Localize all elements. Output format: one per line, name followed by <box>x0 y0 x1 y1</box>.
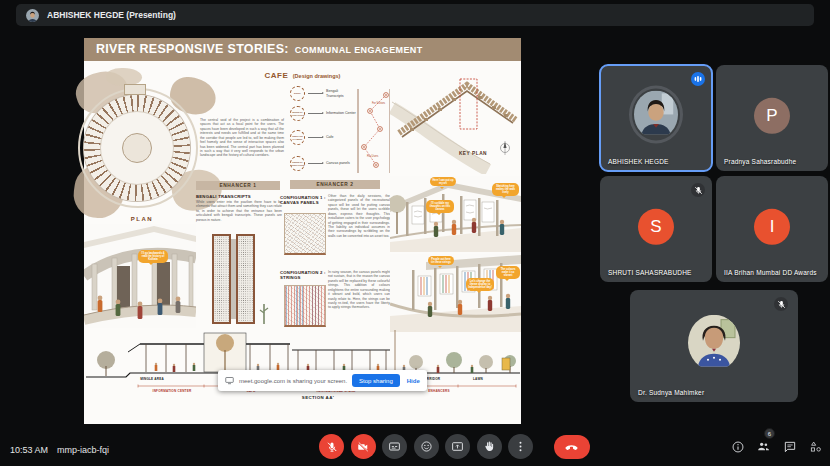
audio-indicator-icon <box>691 72 705 86</box>
raise-hand-icon <box>483 440 496 453</box>
chat-button[interactable] <box>781 438 798 455</box>
speech-bubble: Let's change the theme display to Indepe… <box>466 278 494 291</box>
clock-label: 10:53 AM <box>10 445 48 455</box>
screen-share-icon <box>225 376 234 385</box>
cafe-subheading: (Design drawings) <box>293 73 341 79</box>
right-controls: 6 <box>729 438 824 455</box>
captions-button[interactable] <box>382 434 407 459</box>
flow-node-circle: SENSE OF ATTRACTION <box>290 106 305 121</box>
participant-tile-pradnya[interactable]: P Pradnya Sahasrabudhe <box>716 65 828 171</box>
activities-button[interactable] <box>807 438 824 455</box>
speech-bubble: Here I can put up my art <box>430 177 456 186</box>
key-plan-drawing <box>390 78 521 174</box>
flow-arrow <box>308 163 323 164</box>
key-plan-label: KEY PLAN <box>450 151 496 156</box>
config2-paragraph: In rainy season, the canvas panels might… <box>328 270 390 310</box>
flow-arrow <box>308 137 323 138</box>
flow-arrow <box>308 93 323 94</box>
flow-node-circle: ENTRY <box>290 86 305 101</box>
enhancer1-band: ENHANCER 1 <box>196 181 280 190</box>
shared-slide: RIVER RESPONSIVE STORIES: COMMUNAL ENGAG… <box>84 38 521 424</box>
intro-paragraph: The central void of the project is a com… <box>200 118 284 158</box>
people-icon <box>756 439 771 454</box>
participant-name: IIA Brihan Mumbai DD Awards <box>724 269 817 276</box>
mic-off-icon <box>774 297 788 311</box>
participant-name: Pradnya Sahasrabudhe <box>724 158 796 165</box>
scale-figure <box>259 300 269 326</box>
activities-icon <box>809 440 823 454</box>
speech-bubble: I'll scribble my thoughts on this canvas <box>426 200 454 213</box>
section-label: LAWN <box>464 377 492 381</box>
people-button[interactable]: 6 <box>755 438 772 455</box>
mic-button[interactable] <box>319 434 344 459</box>
slide-title: RIVER RESPONSIVE STORIES: <box>96 42 289 56</box>
hide-link[interactable]: Hide <box>407 378 420 384</box>
participant-tile-abhishek[interactable]: ABHISHEK HEGDE <box>600 65 712 171</box>
info-button[interactable] <box>729 438 746 455</box>
camera-button[interactable] <box>351 434 376 459</box>
config2-heading: CONFIGURATION 2 : STRINGS <box>280 270 326 280</box>
more-vertical-icon <box>514 440 527 453</box>
share-banner: meet.google.com is sharing your screen. … <box>218 370 427 391</box>
speech-bubble: The colours make it so vibrant <box>496 266 520 279</box>
config1-heading: CONFIGURATION 1 : CANVAS PANELS <box>280 195 326 205</box>
presenter-name: ABHISHEK HEGDE (Presenting) <box>47 10 176 20</box>
section-label: MINGLE AREA <box>132 377 172 381</box>
smiley-icon <box>420 440 433 453</box>
section-drawing: MINGLE AREA OPEN SEATING CORRIDOR LAWN I… <box>86 330 520 402</box>
left-iso-render <box>84 224 196 328</box>
end-call-button[interactable] <box>554 435 590 459</box>
plan-label: PLAN <box>114 216 170 222</box>
present-button[interactable] <box>445 434 470 459</box>
mic-off-icon <box>326 441 338 453</box>
participant-name: Dr. Sudnya Mahimker <box>638 389 704 396</box>
avatar-initial: S <box>638 209 674 245</box>
participant-name: ABHISHEK HEGDE <box>608 158 669 165</box>
flow-node-circle: NEED FOR PAYMENT <box>290 130 305 145</box>
speech-bubble: People out here tie these strings <box>428 256 454 265</box>
participant-tile-shruti[interactable]: S SHRUTI SAHASRABUDHE <box>600 176 712 282</box>
enhancer2-band: ENHANCER 2 <box>290 180 380 189</box>
participant-name: SHRUTI SAHASRABUDHE <box>608 269 692 276</box>
participant-tile-sudnya[interactable]: Dr. Sudnya Mahimker <box>630 290 798 402</box>
config2-sketch <box>284 285 326 327</box>
flow-path-chart: For Visitors For Users <box>350 85 394 177</box>
svg-text:For Visitors: For Visitors <box>372 101 386 105</box>
participant-tile-iia[interactable]: I IIA Brihan Mumbai DD Awards <box>716 176 828 282</box>
camera-off-icon <box>357 441 369 453</box>
more-options-button[interactable] <box>508 434 533 459</box>
captions-icon <box>388 440 401 453</box>
speech-bubble: Sketching here makes the walk lively <box>492 183 519 196</box>
avatar-ring <box>629 86 683 144</box>
meeting-meta: 10:53 AM mmp-iacb-fqi <box>10 445 109 455</box>
presenter-avatar <box>26 9 39 22</box>
section-label-red: INFORMATION CENTER <box>150 389 194 393</box>
stop-sharing-button[interactable]: Stop sharing <box>352 374 400 387</box>
share-banner-text: meet.google.com is sharing your screen. <box>239 378 347 384</box>
compass-icon <box>501 141 510 155</box>
mic-off-icon <box>691 183 705 197</box>
svg-text:For Users: For Users <box>367 154 379 158</box>
meeting-code-label: mmp-iacb-fqi <box>57 445 109 455</box>
call-end-icon <box>564 439 579 454</box>
avatar-initial: I <box>754 209 790 245</box>
info-icon <box>731 440 745 454</box>
flow-arrow <box>308 113 323 114</box>
reactions-button[interactable] <box>414 434 439 459</box>
config1-sketch <box>284 213 326 255</box>
bengali-paragraph: While users enter into the pavilion ther… <box>196 200 282 222</box>
flow-node-circle: SENSE OF INTERACTION <box>290 156 305 171</box>
chat-icon <box>783 440 797 454</box>
bengali-heading: BENGALI TRANSCRIPTS <box>196 194 251 199</box>
cafe-heading: CAFE <box>265 71 289 80</box>
config1-paragraph: Other than the daily sessions, the categ… <box>328 194 390 238</box>
speech-bubble: I'll go backwards & read the history of … <box>138 250 168 263</box>
raise-hand-button[interactable] <box>477 434 502 459</box>
call-controls <box>319 434 590 459</box>
avatar-initial: P <box>754 98 790 134</box>
slide-subtitle: COMMUNAL ENGAGEMENT <box>295 45 423 55</box>
presenter-bar: ABHISHEK HEGDE (Presenting) <box>16 4 814 26</box>
present-screen-icon <box>451 440 464 453</box>
slide-title-band: RIVER RESPONSIVE STORIES: COMMUNAL ENGAG… <box>84 38 521 61</box>
avatar <box>688 315 740 371</box>
